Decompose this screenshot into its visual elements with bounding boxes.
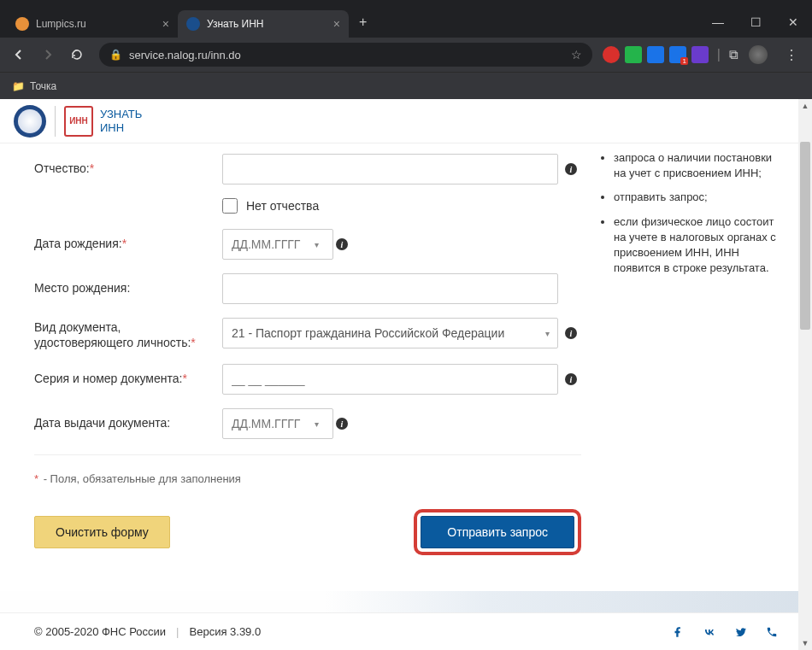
issue-date-input[interactable] [222,408,333,439]
issue-date-label: Дата выдачи документа: [34,408,222,430]
chevron-down-icon[interactable]: ▾ [545,329,550,338]
close-window-icon[interactable]: ✕ [774,7,812,38]
page-title: УЗНАТЬ ИНН [100,108,142,134]
doc-type-label: Вид документа, удостоверяющего личность:… [34,318,222,350]
scroll-down-icon[interactable]: ▼ [798,636,812,650]
tab-lumpics[interactable]: Lumpics.ru × [7,10,178,38]
close-icon[interactable]: × [162,17,169,31]
reload-button[interactable] [65,43,89,67]
footer-copyright: © 2005-2020 ФНС России [34,625,166,638]
bookmarks-bar: 📁 Точка [0,72,812,99]
star-icon[interactable]: ☆ [571,48,582,61]
sidebar-item: запроса о наличии постановки на учет с п… [614,150,778,181]
patronymic-input[interactable] [222,154,558,184]
new-tab-button[interactable]: + [349,15,377,30]
scroll-thumb[interactable] [800,142,810,330]
extension-icon[interactable] [647,46,664,63]
no-patronymic-checkbox[interactable] [222,198,238,214]
required-hint: * - Поля, обязательные для заполнения [34,454,581,485]
sidebar-item: отправить запрос; [614,190,778,205]
page-footer: © 2005-2020 ФНС России | Версия 3.39.0 [0,591,812,650]
form-column: Отчество:* i Нет отчества Дата рождения:… [34,143,598,555]
vk-icon[interactable] [703,626,716,638]
tab-title: Lumpics.ru [36,18,157,30]
address-bar[interactable]: 🔒 service.nalog.ru/inn.do ☆ [99,43,592,67]
pob-label: Место рождения: [34,273,222,296]
extension-icon[interactable] [603,46,620,63]
extension-icon[interactable]: 1 [669,46,686,63]
scroll-up-icon[interactable]: ▲ [798,99,812,113]
reload-icon [70,48,84,61]
dob-input[interactable] [222,229,333,260]
info-icon[interactable]: i [565,163,577,175]
reading-list-icon[interactable]: ⧉ [729,47,738,62]
submit-button[interactable]: Отправить запрос [421,516,574,548]
doc-number-input[interactable] [222,364,558,395]
info-icon[interactable]: i [565,373,577,385]
maximize-icon[interactable]: ☐ [737,7,774,38]
facebook-icon[interactable] [672,626,684,638]
info-icon[interactable]: i [336,418,348,430]
tab-inn[interactable]: Узнать ИНН × [178,10,349,38]
extension-icon[interactable] [691,46,709,63]
footer-version: Версия 3.39.0 [190,625,262,638]
back-button[interactable] [7,43,31,67]
doc-type-select[interactable] [222,318,558,348]
fns-emblem-icon [14,105,46,138]
inn-badge-icon: ИНН [64,106,93,137]
arrow-right-icon [41,48,55,61]
info-icon[interactable]: i [336,238,348,250]
browser-toolbar: 🔒 service.nalog.ru/inn.do ☆ 1 | ⧉ ⋮ [0,38,812,72]
minimize-icon[interactable]: ― [699,7,737,38]
favicon-icon [15,17,29,31]
arrow-left-icon [12,48,26,61]
folder-icon: 📁 [12,80,25,92]
no-patronymic-label: Нет отчества [246,199,319,213]
page-header: ИНН УЗНАТЬ ИНН [0,99,812,143]
dob-label: Дата рождения:* [34,229,222,251]
patronymic-label: Отчество:* [34,154,222,176]
tab-title: Узнать ИНН [207,18,328,30]
twitter-icon[interactable] [735,626,747,638]
vertical-scrollbar[interactable]: ▲ ▼ [798,99,812,650]
menu-button[interactable]: ⋮ [778,47,805,63]
bookmark-folder[interactable]: 📁 Точка [12,80,56,92]
profile-avatar[interactable] [749,45,768,64]
doc-number-label: Серия и номер документа:* [34,364,222,386]
lock-icon: 🔒 [109,49,122,61]
favicon-icon [186,17,200,31]
sidebar: запроса о наличии постановки на учет с п… [598,143,778,555]
info-icon[interactable]: i [565,327,577,339]
tab-strip: Lumpics.ru × Узнать ИНН × + ― ☐ ✕ [0,7,812,38]
forward-button[interactable] [36,43,60,67]
phone-icon[interactable] [766,626,778,638]
pob-input[interactable] [222,273,558,304]
url-text: service.nalog.ru/inn.do [129,49,241,61]
close-icon[interactable]: × [333,17,340,31]
clear-form-button[interactable]: Очистить форму [34,516,170,548]
bookmark-label: Точка [30,80,56,92]
extension-icon[interactable] [625,46,642,63]
sidebar-item: если физическое лицо состоит на учете в … [614,214,778,277]
